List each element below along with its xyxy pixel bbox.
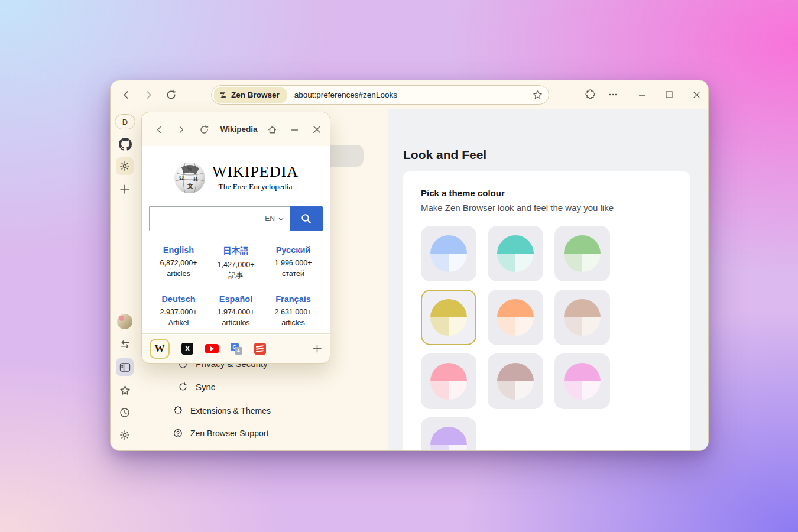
- pinned-wikipedia-icon[interactable]: W: [150, 339, 170, 359]
- url-text: about:preferences#zenLooks: [294, 90, 397, 99]
- settings-menu-label: Zen Browser Support: [190, 429, 268, 438]
- theme-swatch-circle: [497, 235, 534, 272]
- svg-text:И: И: [193, 176, 198, 182]
- theme-swatch-tile[interactable]: [488, 226, 543, 281]
- glance-window-wikipedia: Wikipedia W: [141, 112, 330, 364]
- url-bar[interactable]: Zen Browser about:preferences#zenLooks: [211, 85, 549, 105]
- bookmark-star-button[interactable]: [533, 90, 543, 100]
- wikipedia-search-button[interactable]: [290, 206, 323, 231]
- back-icon: [121, 90, 131, 100]
- close-icon: [313, 125, 321, 134]
- help-question-icon: [173, 429, 183, 438]
- wikipedia-tagline: The Free Encyclopedia: [212, 182, 299, 192]
- sidebar-item-github[interactable]: [118, 137, 132, 151]
- bookmarks-button[interactable]: [116, 382, 133, 398]
- sidebar-item-settings-active[interactable]: [116, 157, 134, 175]
- settings-content-pane: Look and Feel Pick a theme colour Make Z…: [388, 109, 708, 450]
- toggle-sidebar-button[interactable]: [116, 358, 134, 376]
- glance-title: Wikipedia: [215, 125, 262, 134]
- theme-swatch-circle: [497, 299, 534, 336]
- glance-toolbar: Wikipedia: [142, 112, 330, 146]
- glance-close-button[interactable]: [309, 121, 325, 138]
- gear-icon: [119, 161, 130, 171]
- wikipedia-language-link[interactable]: English 6,872,000+articles: [150, 245, 207, 281]
- zen-browser-tab-chip[interactable]: Zen Browser: [214, 87, 287, 103]
- search-icon: [300, 213, 312, 225]
- star-icon: [533, 90, 543, 100]
- forward-icon: [177, 125, 186, 134]
- settings-menu-sync[interactable]: Sync: [178, 382, 215, 392]
- pinned-x-twitter-icon[interactable]: X: [181, 343, 193, 355]
- settings-menu-extensions-themes[interactable]: Extensions & Themes: [173, 406, 271, 416]
- reload-icon: [199, 125, 209, 135]
- workspace-letter: D: [122, 118, 128, 126]
- history-button[interactable]: [116, 405, 133, 420]
- glance-back-button[interactable]: [151, 121, 167, 138]
- swap-tabs-button[interactable]: [116, 336, 133, 352]
- theme-swatch-tile[interactable]: [421, 290, 476, 345]
- back-button[interactable]: [118, 86, 134, 103]
- new-tab-button[interactable]: [116, 181, 133, 197]
- add-pinned-site-button[interactable]: [312, 343, 322, 353]
- glance-home-button[interactable]: [264, 121, 280, 138]
- forward-button[interactable]: [140, 86, 157, 103]
- theme-swatch-tile[interactable]: [554, 226, 610, 281]
- pinned-youtube-icon[interactable]: [205, 344, 219, 353]
- pinned-google-translate-icon[interactable]: G A: [231, 343, 242, 355]
- close-icon: [693, 91, 700, 99]
- wikipedia-language-grid: English 6,872,000+articles 日本語 1,427,000…: [142, 245, 330, 328]
- wikipedia-language-link[interactable]: Español 1.974.000+artículos: [207, 294, 265, 328]
- theme-swatch-tile[interactable]: [488, 353, 543, 409]
- maximize-window-button[interactable]: [661, 86, 677, 103]
- glance-forward-button[interactable]: [173, 121, 189, 138]
- minimize-window-button[interactable]: [634, 86, 650, 103]
- browser-toolbar: Zen Browser about:preferences#zenLooks: [111, 80, 708, 109]
- glance-pinned-bar: W X G A: [142, 333, 330, 363]
- wikipedia-wordmark: WIKIPEDIA: [212, 164, 299, 180]
- wikipedia-search-field: EN: [149, 206, 290, 231]
- theme-swatch-tile[interactable]: [488, 290, 543, 345]
- wikipedia-language-link[interactable]: 日本語 1,427,000+記事: [207, 245, 265, 281]
- theme-swatch-tile[interactable]: [554, 353, 610, 409]
- theme-swatch-tile[interactable]: [421, 417, 476, 451]
- theme-swatch-tile[interactable]: [421, 353, 476, 409]
- theme-swatch-circle: [430, 427, 467, 451]
- wikipedia-language-link[interactable]: Русский 1 996 000+статей: [265, 245, 322, 281]
- card-title: Pick a theme colour: [421, 188, 672, 198]
- app-menu-button[interactable]: [605, 86, 621, 103]
- play-icon: [210, 346, 214, 351]
- swap-arrows-icon: [119, 339, 131, 349]
- plus-icon: [119, 184, 130, 194]
- workspace-indicator[interactable]: D: [115, 114, 135, 129]
- wikipedia-language-selector[interactable]: EN: [265, 207, 284, 231]
- theme-swatch-tile[interactable]: [554, 290, 610, 345]
- theme-swatch-circle: [497, 363, 534, 400]
- sync-icon: [178, 382, 188, 392]
- extensions-button[interactable]: [582, 86, 598, 103]
- zen-chip-label: Zen Browser: [231, 90, 280, 99]
- wikipedia-page: WΩИ文 WIKIPEDIA The Free Encyclopedia EN: [142, 146, 330, 335]
- theme-swatch-grid: [421, 226, 672, 451]
- star-outline-icon: [119, 385, 131, 396]
- profile-avatar[interactable]: [117, 314, 132, 329]
- sidebar-panel-icon: [119, 362, 131, 372]
- wikipedia-language-link[interactable]: Français 2 631 000+articles: [265, 294, 322, 328]
- pinned-todoist-icon[interactable]: [254, 343, 266, 355]
- wikipedia-language-link[interactable]: Deutsch 2.937.000+Artikel: [150, 294, 207, 328]
- close-window-button[interactable]: [688, 86, 705, 103]
- rail-divider: [117, 299, 132, 299]
- settings-menu-label: Extensions & Themes: [190, 406, 271, 416]
- chevron-down-icon: [278, 216, 284, 222]
- glance-minimize-button[interactable]: [286, 121, 303, 138]
- reload-button[interactable]: [163, 86, 179, 103]
- settings-button-bottom[interactable]: [116, 427, 133, 443]
- reload-icon: [166, 89, 177, 100]
- settings-menu-support[interactable]: Zen Browser Support: [173, 429, 268, 438]
- theme-swatch-circle: [430, 299, 467, 336]
- theme-swatch-tile[interactable]: [421, 226, 476, 281]
- glance-reload-button[interactable]: [196, 121, 212, 138]
- theme-colour-card: Pick a theme colour Make Zen Browser loo…: [403, 171, 690, 451]
- svg-text:Ω: Ω: [179, 174, 184, 181]
- theme-swatch-circle: [564, 235, 601, 272]
- plus-icon: [312, 343, 322, 353]
